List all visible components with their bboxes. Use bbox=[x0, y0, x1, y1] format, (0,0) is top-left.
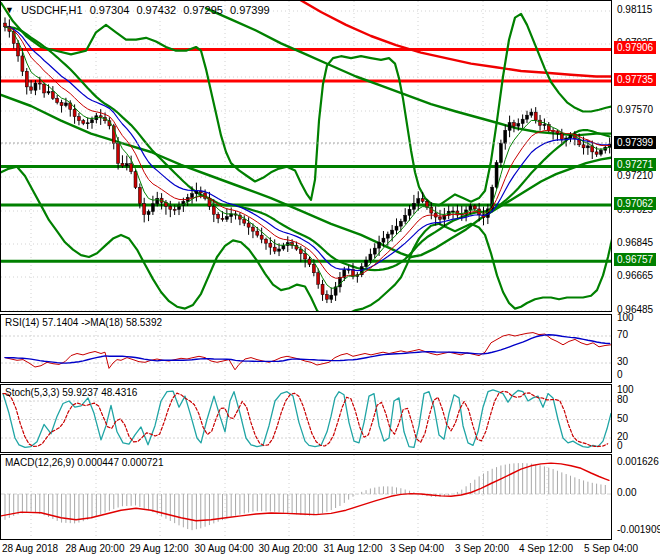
price-level-badge: 0.97735 bbox=[614, 73, 656, 86]
axis-tick-label: 80 bbox=[617, 394, 628, 406]
macd-indicator-label: MACD(12,26,9) 0.000447 0.000721 bbox=[5, 457, 163, 468]
axis-tick-label: 0.96845 bbox=[617, 237, 653, 249]
price-chart-plot[interactable] bbox=[1, 1, 611, 311]
axis-tick-label: 0 bbox=[617, 369, 623, 381]
time-axis-label: 29 Aug 12:00 bbox=[130, 543, 189, 554]
time-axis-label: 3 Sep 04:00 bbox=[390, 543, 444, 554]
price-level-badge: 0.96757 bbox=[614, 253, 656, 266]
axis-tick-label: 0.97210 bbox=[617, 170, 653, 182]
axis-tick-label: 70 bbox=[617, 329, 628, 341]
axis-tick-label: 0.97570 bbox=[617, 104, 653, 116]
stochastic-indicator-label: Stoch(5,3,3) 59.9237 48.4316 bbox=[5, 387, 137, 398]
chart-header: ▼ USDCHF,H1 0.97304 0.97432 0.97295 0.97… bbox=[5, 4, 270, 16]
macd-indicator-panel: MACD(12,26,9) 0.000447 0.000721 bbox=[0, 454, 612, 540]
axis-tick-label: 0.00 bbox=[617, 487, 636, 499]
time-axis-label: 28 Aug 20:00 bbox=[66, 543, 125, 554]
price-level-badge: 0.97271 bbox=[614, 158, 656, 171]
trading-terminal-chart: ▼ USDCHF,H1 0.97304 0.97432 0.97295 0.97… bbox=[0, 0, 660, 560]
time-axis-label: 5 Sep 04:00 bbox=[584, 543, 638, 554]
symbol-timeframe-label: USDCHF,H1 bbox=[21, 4, 83, 16]
rsi-indicator-panel: RSI(14) 57.1404 ->MA(18) 58.5392 bbox=[0, 314, 612, 383]
time-axis-label: 28 Aug 2018 bbox=[2, 543, 58, 554]
price-level-badge: 0.97906 bbox=[614, 41, 656, 54]
axis-tick-label: -0.001909 bbox=[617, 524, 660, 536]
symbol-dropdown-icon[interactable]: ▼ bbox=[5, 5, 14, 15]
axis-tick-label: 30 bbox=[617, 356, 628, 368]
price-level-badge: 0.97062 bbox=[614, 197, 656, 210]
axis-tick-label: 0.98115 bbox=[617, 4, 652, 16]
time-axis-label: 31 Aug 12:00 bbox=[324, 543, 383, 554]
time-axis-label: 4 Sep 12:00 bbox=[519, 543, 573, 554]
axis-tick-label: 100 bbox=[617, 312, 634, 324]
axis-tick-label: 50 bbox=[617, 413, 628, 425]
price-chart-panel: ▼ USDCHF,H1 0.97304 0.97432 0.97295 0.97… bbox=[0, 0, 612, 312]
axis-tick-label: 0.96665 bbox=[617, 270, 653, 282]
ohlc-close-value: 0.97399 bbox=[230, 4, 270, 16]
ohlc-open-value: 0.97304 bbox=[90, 4, 130, 16]
time-axis-label: 30 Aug 20:00 bbox=[259, 543, 318, 554]
ohlc-high-value: 0.97432 bbox=[136, 4, 176, 16]
time-axis-label: 30 Aug 04:00 bbox=[195, 543, 254, 554]
ohlc-low-value: 0.97295 bbox=[183, 4, 223, 16]
axis-tick-label: 0 bbox=[617, 440, 623, 452]
axis-tick-label: 0.001626 bbox=[617, 456, 659, 468]
price-level-badge: 0.97399 bbox=[614, 136, 656, 149]
rsi-indicator-label: RSI(14) 57.1404 ->MA(18) 58.5392 bbox=[5, 317, 162, 328]
stochastic-indicator-panel: Stoch(5,3,3) 59.9237 48.4316 bbox=[0, 384, 612, 453]
price-axis[interactable]: 0.981150.979350.975700.972100.970250.968… bbox=[613, 0, 660, 560]
time-axis[interactable]: 28 Aug 201828 Aug 20:0029 Aug 12:0030 Au… bbox=[0, 540, 660, 560]
time-axis-label: 3 Sep 20:00 bbox=[455, 543, 509, 554]
